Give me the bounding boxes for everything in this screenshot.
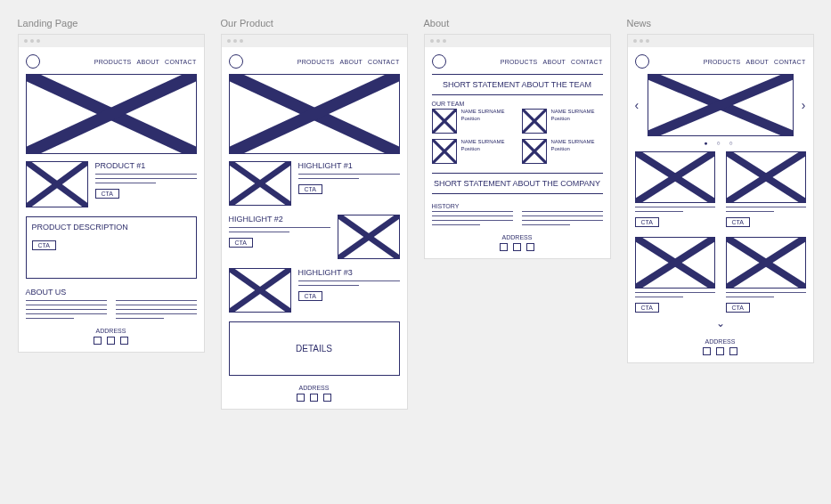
product-description-box: PRODUCT DESCRIPTION CTA <box>26 216 197 279</box>
social-icon[interactable] <box>120 337 128 345</box>
cta-button[interactable]: CTA <box>95 189 119 199</box>
text-line <box>522 215 603 216</box>
text-line <box>26 305 107 305</box>
highlight-row: HIGHLIGHT #2 CTA <box>229 215 400 259</box>
carousel-next-icon[interactable]: › <box>802 98 806 112</box>
nav-about[interactable]: ABOUT <box>339 59 363 65</box>
social-icon[interactable] <box>500 243 508 251</box>
nav-products[interactable]: PRODUCTS <box>94 59 132 65</box>
text-line <box>26 313 107 314</box>
social-icon[interactable] <box>716 347 724 355</box>
highlight-heading: HIGHLIGHT #1 <box>298 161 400 170</box>
browser-chrome <box>628 35 813 47</box>
text-line <box>432 220 513 221</box>
member-name: NAME SURNAME <box>551 139 595 146</box>
nav-about[interactable]: ABOUT <box>745 59 769 65</box>
load-more-icon[interactable]: ⌄ <box>635 317 806 329</box>
social-icon[interactable] <box>729 347 737 355</box>
company-statement: SHORT STATEMENT ABOUT THE COMPANY <box>432 173 603 194</box>
cta-button[interactable]: CTA <box>229 238 253 248</box>
carousel-prev-icon[interactable]: ‹ <box>635 98 640 112</box>
highlight-image-placeholder <box>338 215 400 259</box>
nav-contact[interactable]: CONTACT <box>165 59 196 65</box>
text-line <box>432 211 513 212</box>
product-heading: PRODUCT #1 <box>95 161 197 170</box>
history-heading: HISTORY <box>432 203 603 209</box>
cta-button[interactable]: CTA <box>726 303 750 313</box>
footer-address: ADDRESS <box>26 328 197 334</box>
text-line <box>229 227 330 228</box>
social-icon[interactable] <box>513 243 521 251</box>
nav-contact[interactable]: CONTACT <box>368 59 399 65</box>
logo-icon[interactable] <box>229 54 243 69</box>
history-section: HISTORY <box>432 203 603 225</box>
footer-address: ADDRESS <box>432 234 603 240</box>
social-icon[interactable] <box>297 394 305 402</box>
social-icon[interactable] <box>107 337 115 345</box>
logo-icon[interactable] <box>432 54 446 69</box>
cta-button[interactable]: CTA <box>298 184 322 194</box>
frame-about: About PRODUCTS ABOUT CONTACT SHORT STATE… <box>424 18 611 259</box>
footer: ADDRESS <box>432 234 603 251</box>
social-icon[interactable] <box>310 394 318 402</box>
browser-chrome <box>222 35 407 47</box>
nav-products[interactable]: PRODUCTS <box>501 59 538 65</box>
text-line <box>432 224 481 225</box>
cta-button[interactable]: CTA <box>298 291 322 301</box>
page-body: PRODUCTS ABOUT CONTACT SHORT STATEMENT A… <box>425 47 610 258</box>
cta-button[interactable]: CTA <box>635 217 659 227</box>
footer-address: ADDRESS <box>229 385 400 391</box>
text-line <box>26 300 107 301</box>
footer: ADDRESS <box>26 328 197 345</box>
nav-about[interactable]: ABOUT <box>136 59 159 65</box>
page-body: PRODUCTS ABOUT CONTACT ‹ › ● ○ ○ <box>628 47 813 362</box>
nav-about[interactable]: ABOUT <box>542 59 566 65</box>
text-line <box>726 211 774 212</box>
top-nav: PRODUCTS ABOUT CONTACT <box>432 54 603 69</box>
highlight-image-placeholder <box>229 268 291 313</box>
news-image-placeholder <box>635 151 715 203</box>
cta-button[interactable]: CTA <box>726 217 750 227</box>
social-icon[interactable] <box>526 243 534 251</box>
social-icon[interactable] <box>703 347 711 355</box>
member-name: NAME SURNAME <box>461 109 505 116</box>
nav-contact[interactable]: CONTACT <box>571 59 602 65</box>
nav-products[interactable]: PRODUCTS <box>297 59 335 65</box>
cta-button[interactable]: CTA <box>32 240 56 250</box>
hero-image-placeholder <box>26 74 197 154</box>
team-member: NAME SURNAMEPosition <box>432 139 513 164</box>
footer-address: ADDRESS <box>635 338 806 345</box>
team-member: NAME SURNAMEPosition <box>522 139 603 164</box>
window: PRODUCTS ABOUT CONTACT ‹ › ● ○ ○ <box>627 34 814 363</box>
social-icon[interactable] <box>323 394 331 402</box>
text-line <box>116 300 197 301</box>
product-description-heading: PRODUCT DESCRIPTION <box>32 223 191 232</box>
carousel-dots[interactable]: ● ○ ○ <box>635 140 806 146</box>
traffic-light-icon <box>646 39 649 43</box>
text-line <box>95 174 197 175</box>
our-team-heading: OUR TEAM <box>432 101 603 107</box>
team-member: NAME SURNAMEPosition <box>432 109 513 134</box>
nav-contact[interactable]: CONTACT <box>774 59 805 65</box>
text-line <box>726 292 806 293</box>
news-item: CTA <box>635 237 715 313</box>
news-carousel: ‹ › <box>635 74 806 136</box>
window: PRODUCTS ABOUT CONTACT HIGHLIGHT #1 <box>221 34 408 410</box>
text-line <box>522 224 571 225</box>
cta-button[interactable]: CTA <box>635 303 659 313</box>
logo-icon[interactable] <box>26 54 40 69</box>
social-icon[interactable] <box>94 337 102 345</box>
text-line <box>635 211 683 212</box>
frame-landing: Landing Page PRODUCTS ABOUT CONTACT <box>18 18 205 353</box>
nav-products[interactable]: PRODUCTS <box>704 59 741 65</box>
highlight-heading: HIGHLIGHT #2 <box>229 215 330 224</box>
top-nav: PRODUCTS ABOUT CONTACT <box>26 54 197 69</box>
logo-icon[interactable] <box>635 54 649 69</box>
news-image-placeholder <box>635 237 715 289</box>
footer: ADDRESS <box>229 385 400 402</box>
window: PRODUCTS ABOUT CONTACT SHORT STATEMENT A… <box>424 34 611 259</box>
text-line <box>26 318 75 319</box>
browser-chrome <box>425 35 610 47</box>
text-line <box>116 313 197 314</box>
traffic-light-icon <box>233 39 237 43</box>
